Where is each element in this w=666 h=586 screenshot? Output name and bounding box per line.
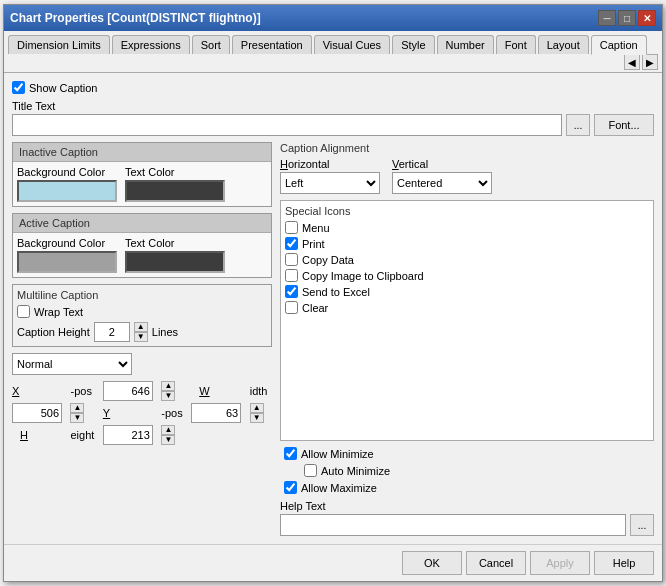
- help-text-input[interactable]: [280, 514, 626, 536]
- icon-send-excel-label: Send to Excel: [302, 286, 370, 298]
- ypos-up[interactable]: ▲: [250, 403, 264, 413]
- help-text-section: Help Text ...: [280, 500, 654, 536]
- allow-minimize-row: Allow Minimize: [284, 447, 654, 460]
- help-text-row: ...: [280, 514, 654, 536]
- ypos-spinners: ▲ ▼: [250, 403, 272, 423]
- inactive-text-color-box[interactable]: [125, 180, 225, 202]
- wrap-text-row: Wrap Text: [17, 305, 267, 318]
- active-text-color-box[interactable]: [125, 251, 225, 273]
- tab-expressions[interactable]: Expressions: [112, 35, 190, 54]
- minimize-button[interactable]: ─: [598, 10, 616, 26]
- icon-copy-image-row: Copy Image to Clipboard: [285, 269, 649, 282]
- ypos-input[interactable]: [191, 403, 241, 423]
- tab-style[interactable]: Style: [392, 35, 434, 54]
- tab-prev-button[interactable]: ◀: [624, 54, 640, 70]
- allow-maximize-checkbox[interactable]: [284, 481, 297, 494]
- help-button[interactable]: Help: [594, 551, 654, 575]
- close-button[interactable]: ✕: [638, 10, 656, 26]
- active-caption-group: Active Caption Background Color Text Col…: [12, 213, 272, 278]
- vertical-select[interactable]: Top Centered Bottom: [392, 172, 492, 194]
- style-select[interactable]: Normal Minimized Maximized: [12, 353, 132, 375]
- ypos-down[interactable]: ▼: [250, 413, 264, 423]
- caption-alignment-section: Caption Alignment Horizontal Left Center…: [280, 142, 654, 194]
- show-caption-checkbox[interactable]: [12, 81, 25, 94]
- height-input[interactable]: [103, 425, 153, 445]
- width-down[interactable]: ▼: [70, 413, 84, 423]
- icon-print-label: Print: [302, 238, 325, 250]
- cancel-button[interactable]: Cancel: [466, 551, 526, 575]
- tab-number[interactable]: Number: [437, 35, 494, 54]
- main-area: Inactive Caption Background Color Text C…: [12, 142, 654, 536]
- height-down[interactable]: ▼: [161, 435, 175, 445]
- xpos-down[interactable]: ▼: [161, 391, 175, 401]
- xpos-label2: -pos: [70, 385, 98, 397]
- tab-layout[interactable]: Layout: [538, 35, 589, 54]
- multiline-caption-group: Multiline Caption Wrap Text Caption Heig…: [12, 284, 272, 347]
- auto-minimize-label: Auto Minimize: [321, 465, 390, 477]
- height-label: H: [20, 429, 66, 441]
- caption-height-down[interactable]: ▼: [134, 332, 148, 342]
- title-text-input[interactable]: [12, 114, 562, 136]
- tab-visual-cues[interactable]: Visual Cues: [314, 35, 391, 54]
- inactive-caption-group: Inactive Caption Background Color Text C…: [12, 142, 272, 207]
- tab-presentation[interactable]: Presentation: [232, 35, 312, 54]
- icon-clear-checkbox[interactable]: [285, 301, 298, 314]
- icon-send-excel-row: Send to Excel: [285, 285, 649, 298]
- show-caption-label: Show Caption: [29, 82, 98, 94]
- tab-font[interactable]: Font: [496, 35, 536, 54]
- tab-caption[interactable]: Caption: [591, 35, 647, 55]
- icon-copy-image-checkbox[interactable]: [285, 269, 298, 282]
- caption-height-up[interactable]: ▲: [134, 322, 148, 332]
- tab-sort[interactable]: Sort: [192, 35, 230, 54]
- xpos-up[interactable]: ▲: [161, 381, 175, 391]
- inactive-text-color-item: Text Color: [125, 166, 225, 202]
- auto-minimize-checkbox[interactable]: [304, 464, 317, 477]
- allow-group: Allow Minimize Auto Minimize Allow Maxim…: [280, 447, 654, 494]
- width-up[interactable]: ▲: [70, 403, 84, 413]
- caption-height-row: Caption Height ▲ ▼ Lines: [17, 322, 267, 342]
- apply-button[interactable]: Apply: [530, 551, 590, 575]
- icon-menu-checkbox[interactable]: [285, 221, 298, 234]
- active-caption-title: Active Caption: [13, 214, 271, 233]
- special-icons-title: Special Icons: [285, 205, 649, 217]
- inactive-bg-color-box[interactable]: [17, 180, 117, 202]
- tab-next-button[interactable]: ▶: [642, 54, 658, 70]
- height-label2: eight: [70, 429, 98, 441]
- inactive-bg-label: Background Color: [17, 166, 117, 178]
- inactive-caption-title: Inactive Caption: [13, 143, 271, 162]
- icon-menu-row: Menu: [285, 221, 649, 234]
- horizontal-select[interactable]: Left Center Right: [280, 172, 380, 194]
- caption-height-input[interactable]: [94, 322, 130, 342]
- allow-maximize-label: Allow Maximize: [301, 482, 377, 494]
- horizontal-label: Horizontal: [280, 158, 380, 170]
- xpos-input[interactable]: [103, 381, 153, 401]
- caption-height-spinners: ▲ ▼: [134, 322, 148, 342]
- active-bg-color-box[interactable]: [17, 251, 117, 273]
- footer: OK Cancel Apply Help: [4, 544, 662, 581]
- width-input[interactable]: [12, 403, 62, 423]
- allow-minimize-checkbox[interactable]: [284, 447, 297, 460]
- title-text-section: Title Text ... Font...: [12, 100, 654, 136]
- horizontal-align-item: Horizontal Left Center Right: [280, 158, 380, 194]
- icon-print-row: Print: [285, 237, 649, 250]
- icon-clear-label: Clear: [302, 302, 328, 314]
- maximize-button[interactable]: □: [618, 10, 636, 26]
- alignment-row: Horizontal Left Center Right Vertical To…: [280, 158, 654, 194]
- font-button[interactable]: Font...: [594, 114, 654, 136]
- vertical-label: Vertical: [392, 158, 492, 170]
- tab-dimension-limits[interactable]: Dimension Limits: [8, 35, 110, 54]
- icon-copy-data-checkbox[interactable]: [285, 253, 298, 266]
- left-panel: Inactive Caption Background Color Text C…: [12, 142, 272, 536]
- title-text-label: Title Text: [12, 100, 654, 112]
- ok-button[interactable]: OK: [402, 551, 462, 575]
- title-text-ellipsis-button[interactable]: ...: [566, 114, 590, 136]
- active-caption-color-row: Background Color Text Color: [17, 237, 267, 273]
- title-bar: Chart Properties [Count(DISTINCT flightn…: [4, 5, 662, 31]
- help-text-ellipsis-button[interactable]: ...: [630, 514, 654, 536]
- active-bg-color-item: Background Color: [17, 237, 117, 273]
- title-text-row: ... Font...: [12, 114, 654, 136]
- icon-send-excel-checkbox[interactable]: [285, 285, 298, 298]
- icon-print-checkbox[interactable]: [285, 237, 298, 250]
- height-up[interactable]: ▲: [161, 425, 175, 435]
- wrap-text-checkbox[interactable]: [17, 305, 30, 318]
